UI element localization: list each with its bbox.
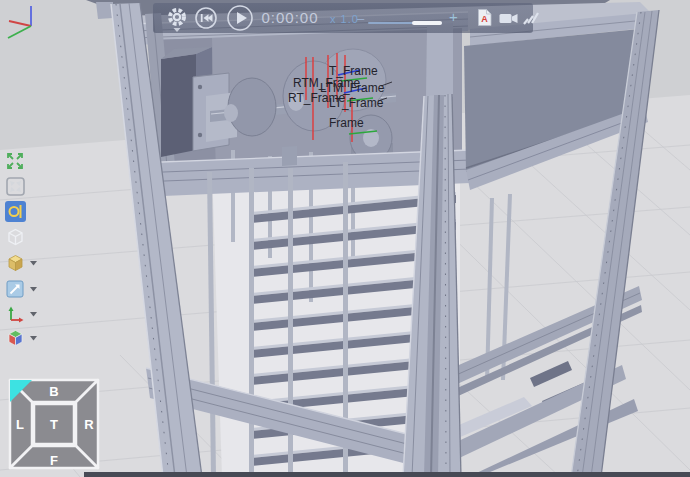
speed-increase[interactable]: + (449, 8, 458, 25)
dropdown-arrow-icon (30, 312, 37, 317)
dropdown-arrow-icon (30, 287, 37, 292)
camera-projection-button[interactable] (4, 200, 38, 224)
play-button[interactable] (227, 5, 253, 31)
settings-gear-icon[interactable] (167, 7, 187, 33)
expand-view-button[interactable] (4, 150, 38, 174)
dropdown-arrow-icon (30, 336, 37, 341)
wireframe-cube-button[interactable] (4, 226, 38, 250)
stream-icon[interactable] (521, 8, 539, 28)
orientation-cube-button[interactable] (4, 327, 38, 351)
plane-view-button[interactable] (4, 278, 38, 302)
skip-to-start-button[interactable] (195, 7, 217, 29)
record-video-icon[interactable] (499, 11, 518, 26)
viewcube-label-right: R (84, 417, 94, 432)
speed-multiplier: x 1.0 (330, 13, 359, 25)
world-axes-gizmo (2, 2, 42, 42)
window-bottom-edge (84, 472, 690, 477)
viewcube-label-left: L (16, 417, 24, 432)
frame-label-lt: LT_Frame (329, 96, 383, 110)
viewcube-label-top: T (50, 417, 58, 432)
export-pdf-icon[interactable]: A (477, 8, 493, 27)
speed-decrease[interactable]: – (357, 11, 364, 26)
frame-label-base: Frame (329, 116, 364, 130)
view-cube: B L T R F (8, 378, 100, 470)
dropdown-arrow-icon (30, 261, 37, 266)
frames-toggle-button[interactable] (4, 303, 38, 327)
simulation-time: 0:00:00 (257, 9, 323, 26)
speed-slider-thumb[interactable] (412, 21, 442, 25)
svg-text:A: A (481, 14, 488, 24)
simulation-viewer-window: T_Frame RTM_Frame LTM_Frame RT_Frame LT_… (0, 0, 690, 477)
viewcube-label-back: B (49, 384, 58, 399)
playback-toolbar: 0:00:00 x 1.0 – + A (153, 3, 533, 33)
shading-mode-button[interactable] (4, 252, 38, 276)
viewcube-label-front: F (50, 453, 58, 468)
fit-view-button[interactable] (4, 175, 38, 199)
speed-slider[interactable] (368, 22, 442, 24)
